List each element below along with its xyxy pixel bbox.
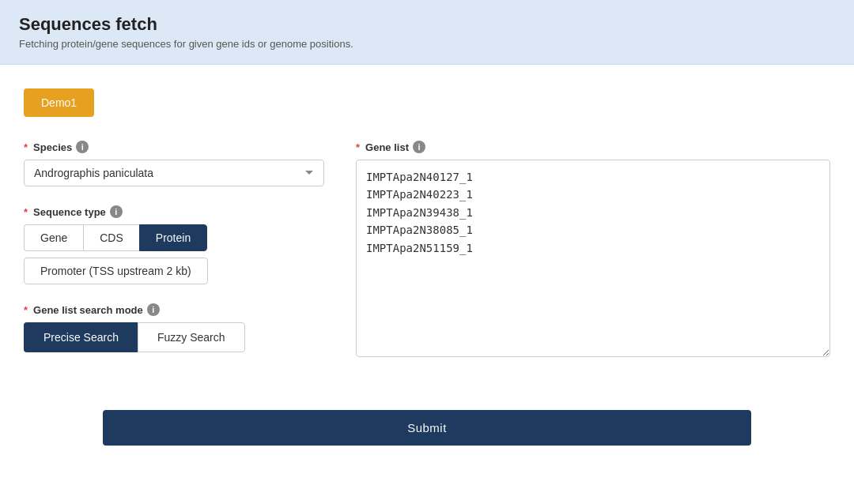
gene-list-label: * Gene list i	[356, 141, 830, 153]
gene-list-textarea[interactable]	[356, 160, 830, 357]
seq-btn-protein[interactable]: Protein	[139, 224, 207, 251]
seq-btn-cds[interactable]: CDS	[83, 224, 139, 251]
sequence-type-field-group: * Sequence type i Gene CDS Protein Promo…	[24, 205, 324, 284]
search-mode-required-marker: *	[24, 304, 28, 316]
search-mode-label: * Gene list search mode i	[24, 303, 324, 316]
gene-list-field-group: * Gene list i	[356, 141, 830, 359]
species-label-text: Species	[33, 141, 72, 153]
form-row: * Species i Andrographis paniculata * Se…	[24, 141, 830, 378]
species-info-icon[interactable]: i	[76, 141, 89, 153]
species-required-marker: *	[24, 141, 28, 153]
search-mode-buttons: Precise Search Fuzzy Search	[24, 322, 324, 352]
species-select[interactable]: Andrographis paniculata	[24, 160, 324, 186]
gene-list-info-icon[interactable]: i	[413, 141, 425, 153]
species-label: * Species i	[24, 141, 324, 153]
submit-row: Submit	[24, 410, 830, 446]
demo1-button[interactable]: Demo1	[24, 88, 94, 117]
seq-btn-promoter[interactable]: Promoter (TSS upstream 2 kb)	[24, 258, 208, 284]
search-mode-info-icon[interactable]: i	[147, 303, 160, 316]
gene-list-required-marker: *	[356, 141, 360, 153]
submit-button[interactable]: Submit	[103, 410, 751, 446]
gene-list-label-text: Gene list	[365, 141, 409, 153]
gene-list-search-mode-field-group: * Gene list search mode i Precise Search…	[24, 303, 324, 352]
sequence-type-info-icon[interactable]: i	[110, 205, 123, 218]
right-panel: * Gene list i	[356, 141, 830, 378]
page-subtitle: Fetching protein/gene sequences for give…	[19, 38, 835, 50]
mode-btn-fuzzy[interactable]: Fuzzy Search	[138, 322, 245, 352]
species-field-group: * Species i Andrographis paniculata	[24, 141, 324, 186]
main-content: Demo1 * Species i Andrographis paniculat…	[0, 65, 854, 461]
sequence-type-label: * Sequence type i	[24, 205, 324, 218]
sequence-type-required-marker: *	[24, 206, 28, 218]
page-title: Sequences fetch	[19, 14, 835, 35]
sequence-type-buttons: Gene CDS Protein	[24, 224, 324, 251]
mode-btn-precise[interactable]: Precise Search	[24, 322, 138, 352]
left-panel: * Species i Andrographis paniculata * Se…	[24, 141, 324, 371]
header-bar: Sequences fetch Fetching protein/gene se…	[0, 0, 854, 65]
search-mode-label-text: Gene list search mode	[33, 304, 143, 316]
seq-btn-gene[interactable]: Gene	[24, 224, 83, 251]
sequence-type-label-text: Sequence type	[33, 206, 106, 218]
